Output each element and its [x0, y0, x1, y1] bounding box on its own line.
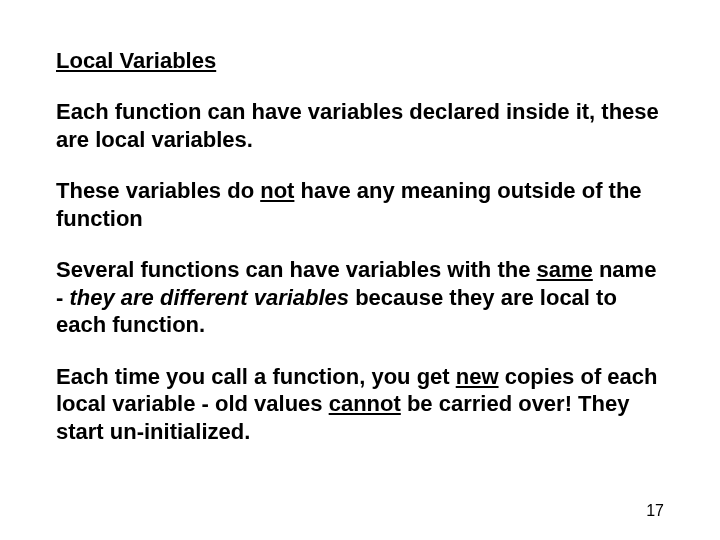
paragraph-4: Each time you call a function, you get n… — [56, 363, 664, 446]
slide: Local Variables Each function can have v… — [0, 0, 720, 540]
text: Each time you call a function, you get — [56, 364, 456, 389]
slide-title: Local Variables — [56, 48, 664, 74]
page-number: 17 — [646, 502, 664, 520]
paragraph-2: These variables do not have any meaning … — [56, 177, 664, 232]
paragraph-3: Several functions can have variables wit… — [56, 256, 664, 339]
paragraph-1: Each function can have variables declare… — [56, 98, 664, 153]
text: Several functions can have variables wit… — [56, 257, 537, 282]
underline-not: not — [260, 178, 294, 203]
underline-same: same — [537, 257, 593, 282]
italic-different: they are different variables — [69, 285, 349, 310]
underline-cannot: cannot — [329, 391, 401, 416]
text: These variables do — [56, 178, 260, 203]
underline-new: new — [456, 364, 499, 389]
